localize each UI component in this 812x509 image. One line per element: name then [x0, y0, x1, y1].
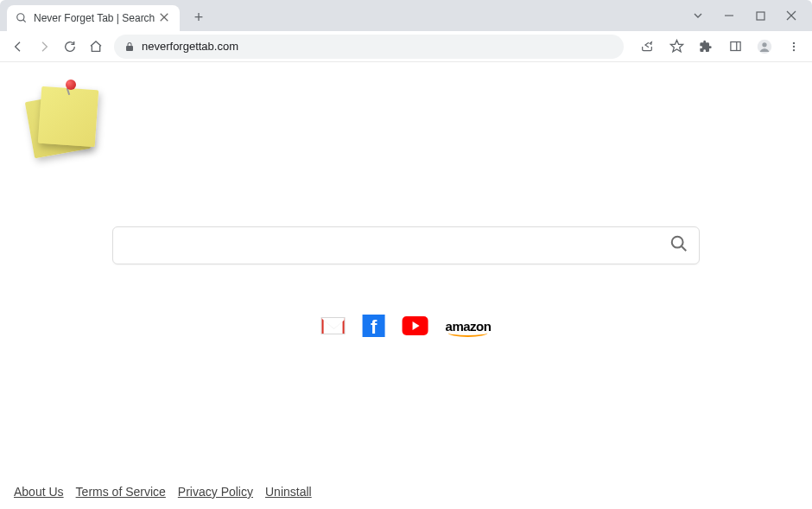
- uninstall-link[interactable]: Uninstall: [265, 485, 312, 499]
- svg-rect-9: [730, 42, 739, 51]
- privacy-link[interactable]: Privacy Policy: [178, 485, 253, 499]
- maximize-button[interactable]: [745, 3, 776, 28]
- browser-tab[interactable]: Never Forget Tab | Search: [7, 5, 180, 31]
- youtube-icon: [403, 316, 428, 335]
- svg-point-13: [793, 41, 795, 43]
- shortcuts-row: f amazon: [321, 315, 492, 337]
- search-button[interactable]: [669, 234, 688, 257]
- gmail-icon: [321, 317, 346, 334]
- facebook-shortcut[interactable]: f: [363, 315, 385, 337]
- bookmark-star-icon[interactable]: [663, 34, 689, 60]
- search-container: [112, 226, 700, 264]
- facebook-icon: f: [363, 315, 385, 337]
- forward-button[interactable]: [31, 34, 57, 60]
- minimize-button[interactable]: [714, 3, 745, 28]
- share-icon[interactable]: [634, 34, 660, 60]
- amazon-icon: amazon: [446, 319, 492, 334]
- svg-point-0: [17, 14, 24, 21]
- browser-toolbar: neverforgettab.com: [0, 31, 812, 62]
- search-icon: [16, 12, 28, 24]
- about-link[interactable]: About Us: [14, 485, 64, 499]
- search-box: [112, 226, 700, 264]
- window-controls: [682, 0, 812, 31]
- search-input[interactable]: [124, 227, 669, 264]
- svg-marker-8: [670, 40, 682, 51]
- svg-point-12: [762, 42, 766, 47]
- profile-icon[interactable]: [752, 34, 777, 60]
- lock-icon: [124, 41, 135, 52]
- youtube-shortcut[interactable]: [403, 316, 428, 335]
- side-panel-icon[interactable]: [722, 34, 748, 60]
- browser-title-bar: Never Forget Tab | Search +: [0, 0, 812, 31]
- back-button[interactable]: [5, 34, 31, 60]
- new-tab-button[interactable]: +: [187, 5, 211, 29]
- extensions-icon[interactable]: [693, 34, 719, 60]
- amazon-shortcut[interactable]: amazon: [446, 319, 492, 334]
- url-text: neverforgettab.com: [142, 40, 238, 53]
- page-content: f amazon About Us Terms of Service Priva…: [0, 62, 812, 509]
- svg-line-17: [682, 246, 686, 251]
- close-button[interactable]: [776, 3, 807, 28]
- svg-rect-5: [757, 12, 764, 20]
- svg-point-14: [793, 45, 795, 47]
- home-button[interactable]: [83, 34, 109, 60]
- menu-icon[interactable]: [781, 34, 807, 60]
- terms-link[interactable]: Terms of Service: [76, 485, 166, 499]
- sticky-note-logo: [24, 78, 98, 152]
- tab-close-icon[interactable]: [159, 12, 171, 25]
- caret-down-icon[interactable]: [682, 3, 714, 28]
- address-bar[interactable]: neverforgettab.com: [114, 35, 624, 59]
- reload-button[interactable]: [57, 34, 83, 60]
- svg-line-1: [23, 20, 26, 22]
- tab-title: Never Forget Tab | Search: [34, 12, 159, 24]
- svg-point-16: [672, 237, 683, 248]
- gmail-shortcut[interactable]: [321, 317, 346, 334]
- svg-point-15: [793, 48, 795, 50]
- footer-links: About Us Terms of Service Privacy Policy…: [14, 485, 312, 499]
